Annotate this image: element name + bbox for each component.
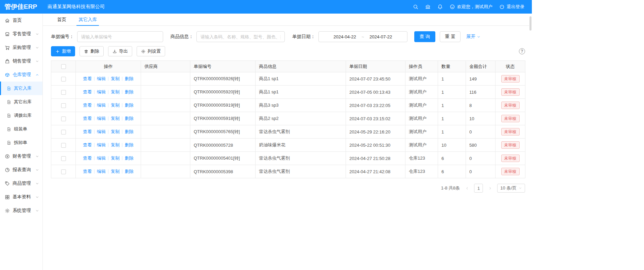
scrollbar[interactable] (529, 14, 532, 270)
divider (94, 130, 94, 134)
product-input[interactable] (196, 31, 285, 42)
sidebar-item-system[interactable]: 系统管理 (0, 204, 42, 217)
edit-link[interactable]: 编辑 (97, 142, 106, 147)
sidebar-item-retail[interactable]: 零售管理 (0, 27, 42, 41)
sidebar-item-warehouse[interactable]: 仓库管理 (0, 68, 42, 82)
copy-link[interactable]: 复制 (111, 76, 120, 81)
export-button[interactable]: 导出 (108, 46, 132, 56)
delete-link[interactable]: 删除 (125, 129, 134, 134)
current-page[interactable]: 1 (474, 184, 483, 193)
export-icon (112, 49, 117, 54)
product-cell: 雷达杀虫气雾剂 (256, 165, 346, 178)
sidebar-item-finance[interactable]: 财务管理 (0, 149, 42, 163)
sidebar-subitem-other-outbound[interactable]: 其它出库 (0, 95, 42, 109)
order-no-input[interactable] (77, 31, 163, 42)
chevron-right-icon (488, 186, 492, 190)
row-checkbox[interactable] (61, 116, 66, 121)
sidebar-item-home[interactable]: 首页 (0, 14, 42, 27)
table-header-row: 操作 供应商 单据编号 商品信息 单据日期 操作员 数量 金额合计 状态 (51, 61, 525, 72)
view-link[interactable]: 查看 (83, 156, 92, 161)
reset-button[interactable]: 重 置 (440, 31, 460, 42)
logout-button[interactable]: 退出登录 (499, 4, 524, 10)
search-button[interactable]: 查 询 (414, 31, 436, 42)
delete-button[interactable]: 删除 (80, 46, 104, 56)
row-checkbox[interactable] (61, 103, 66, 108)
sidebar-item-goods[interactable]: 商品管理 (0, 177, 42, 190)
sidebar-item-basic-data[interactable]: 基本资料 (0, 190, 42, 204)
row-checkbox[interactable] (61, 77, 66, 82)
copy-link[interactable]: 复制 (111, 156, 120, 161)
date-range-picker[interactable]: 2024-04-22 ~ 2024-07-22 (318, 31, 407, 42)
row-checkbox[interactable] (61, 156, 66, 161)
order-no-cell: QTRK00000005920[转] (190, 86, 256, 99)
delete-link[interactable]: 删除 (125, 142, 134, 147)
edit-link[interactable]: 编辑 (97, 129, 106, 134)
edit-link[interactable]: 编辑 (97, 89, 106, 94)
product-cell: 雷达杀虫气雾剂 (256, 152, 346, 165)
sidebar-item-label: 仓库管理 (13, 72, 31, 78)
row-checkbox[interactable] (61, 169, 66, 174)
delete-link[interactable]: 删除 (125, 116, 134, 121)
sidebar-item-reports[interactable]: 报表查询 (0, 163, 42, 177)
order-no-cell: QTRK00000005919[转] (190, 99, 256, 112)
bag-icon (5, 59, 10, 64)
search-icon[interactable] (413, 4, 418, 10)
delete-link[interactable]: 删除 (125, 89, 134, 94)
view-link[interactable]: 查看 (83, 142, 92, 147)
expand-link[interactable]: 展开 (466, 34, 481, 40)
view-link[interactable]: 查看 (83, 89, 92, 94)
sidebar-subitem-transfer-outbound[interactable]: 调拨出库 (0, 109, 42, 122)
view-link[interactable]: 查看 (83, 129, 92, 134)
sidebar-subitem-label: 其它出库 (14, 99, 32, 105)
supplier-cell (141, 112, 190, 125)
delete-link[interactable]: 删除 (125, 156, 134, 161)
scrollbar-thumb[interactable] (529, 16, 532, 31)
product-cell: 商品3 sp3 (256, 99, 346, 112)
view-link[interactable]: 查看 (83, 103, 92, 108)
edit-link[interactable]: 编辑 (97, 156, 106, 161)
help-icon[interactable] (519, 48, 525, 54)
view-link[interactable]: 查看 (83, 169, 92, 174)
sidebar-subitem-assembly-order[interactable]: 组装单 (0, 122, 42, 136)
copy-link[interactable]: 复制 (111, 142, 120, 147)
view-link[interactable]: 查看 (83, 76, 92, 81)
copy-link[interactable]: 复制 (111, 169, 120, 174)
row-checkbox[interactable] (61, 143, 66, 148)
edit-link[interactable]: 编辑 (97, 103, 106, 108)
row-checkbox[interactable] (61, 130, 66, 134)
copy-link[interactable]: 复制 (111, 89, 120, 94)
tab-home[interactable]: 首页 (51, 14, 72, 25)
column-settings-button[interactable]: 列设置 (137, 46, 165, 56)
sidebar-subitem-disassembly-order[interactable]: 拆卸单 (0, 136, 42, 149)
bell-icon[interactable] (437, 4, 443, 10)
user-menu[interactable]: 欢迎您，测试用户 (450, 4, 492, 10)
next-page-button[interactable] (486, 184, 494, 192)
sidebar-item-purchase[interactable]: 采购管理 (0, 41, 42, 54)
date-cell: 2024-07-03 23:15:02 (346, 112, 405, 125)
page-size-label: 10 条/页 (500, 185, 517, 191)
delete-link[interactable]: 删除 (125, 169, 134, 174)
add-button[interactable]: 新增 (51, 46, 75, 56)
sidebar-item-sales[interactable]: 销售管理 (0, 54, 42, 68)
view-link[interactable]: 查看 (83, 116, 92, 121)
edit-link[interactable]: 编辑 (97, 169, 106, 174)
product-cell: 奶油味爆米花 (256, 139, 346, 152)
bank-icon[interactable] (425, 4, 431, 10)
select-all-checkbox[interactable] (61, 64, 66, 69)
edit-link[interactable]: 编辑 (97, 76, 106, 81)
delete-link[interactable]: 删除 (125, 103, 134, 108)
edit-link[interactable]: 编辑 (97, 116, 106, 121)
copy-link[interactable]: 复制 (111, 103, 120, 108)
copy-link[interactable]: 复制 (111, 129, 120, 134)
copy-link[interactable]: 复制 (111, 116, 120, 121)
row-checkbox[interactable] (61, 90, 66, 95)
tab-other-inbound[interactable]: 其它入库 (72, 14, 103, 25)
sidebar-subitem-label: 拆卸单 (14, 140, 27, 146)
qty-cell: 1 (438, 86, 466, 99)
page-size-select[interactable]: 10 条/页 (497, 184, 525, 193)
table-row: 查看编辑复制删除 QTRK00000005918[转] 商品2 sp2 2024… (51, 112, 525, 125)
prev-page-button[interactable] (463, 184, 471, 192)
delete-link[interactable]: 删除 (125, 76, 134, 81)
status-badge: 未审核 (501, 102, 520, 109)
sidebar-subitem-other-inbound[interactable]: 其它入库 (0, 82, 42, 95)
